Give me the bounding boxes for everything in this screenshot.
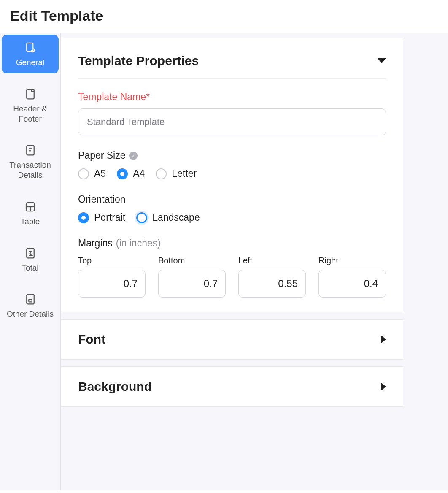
chevron-down-icon [378, 58, 386, 63]
margin-top: Top [78, 256, 146, 298]
sidebar-item-label: Transaction Details [4, 160, 56, 180]
card-title: Template Properties [78, 54, 199, 68]
header-footer-icon [24, 88, 37, 100]
sidebar-item-header-footer[interactable]: Header & Footer [2, 81, 59, 130]
margin-left: Left [238, 256, 306, 298]
paper-size-a5[interactable]: A5 [78, 168, 106, 179]
main-panel: Template Properties Template Name* Paper… [60, 33, 448, 490]
svg-point-1 [32, 50, 32, 51]
radio-label: Letter [172, 168, 197, 179]
sidebar-item-table[interactable]: Table [2, 194, 59, 233]
paper-size-label-text: Paper Size [78, 150, 126, 161]
chevron-right-icon [381, 382, 386, 391]
margin-label: Top [78, 256, 146, 265]
margins-section: Margins (in inches) Top Bottom [78, 238, 386, 298]
sidebar-item-transaction-details[interactable]: Transaction Details [2, 137, 59, 186]
paper-size-letter[interactable]: Letter [156, 168, 197, 179]
card-header[interactable]: Template Properties [78, 54, 386, 79]
radio-icon [156, 168, 167, 179]
svg-rect-2 [27, 89, 34, 99]
margins-unit: (in inches) [116, 238, 161, 249]
orientation-landscape[interactable]: Landscape [136, 212, 200, 223]
margin-label: Bottom [158, 256, 226, 265]
margin-label: Right [318, 256, 386, 265]
sidebar-item-general[interactable]: General [2, 35, 59, 73]
margin-right-input[interactable] [318, 270, 386, 298]
margins-row: Top Bottom Left [78, 256, 386, 298]
svg-rect-11 [29, 299, 32, 302]
page-header: Edit Template [0, 0, 448, 33]
sidebar-item-other-details[interactable]: Other Details [2, 286, 59, 325]
orientation-options: Portrait Landscape [78, 212, 386, 223]
radio-label: Landscape [152, 212, 200, 223]
sidebar-item-label: General [16, 57, 45, 68]
margin-bottom: Bottom [158, 256, 226, 298]
paper-size-label: Paper Size i [78, 150, 386, 161]
margin-left-input[interactable] [238, 270, 306, 298]
template-name-input[interactable] [78, 108, 386, 135]
margin-label: Left [238, 256, 306, 265]
info-icon[interactable]: i [129, 152, 138, 160]
radio-icon [78, 168, 89, 179]
radio-label: A4 [133, 168, 145, 179]
template-name-section: Template Name* [78, 91, 386, 135]
radio-icon [78, 212, 89, 223]
font-title: Font [78, 332, 105, 347]
paper-size-section: Paper Size i A5 A4 [78, 150, 386, 179]
transaction-icon [24, 144, 37, 157]
sidebar-item-label: Other Details [7, 309, 54, 319]
other-details-icon [24, 293, 37, 306]
margins-label-text: Margins [78, 238, 113, 249]
sidebar-item-label: Table [21, 217, 40, 227]
layout: General Header & Footer Transaction Deta… [0, 33, 448, 490]
template-properties-card: Template Properties Template Name* Paper… [61, 38, 403, 312]
font-section[interactable]: Font [61, 319, 403, 360]
background-section[interactable]: Background [61, 366, 403, 407]
table-icon [24, 200, 37, 213]
margins-label: Margins (in inches) [78, 238, 386, 249]
radio-label: A5 [94, 168, 106, 179]
sidebar-item-label: Header & Footer [4, 104, 56, 124]
margin-right: Right [318, 256, 386, 298]
orientation-section: Orientation Portrait Landscape [78, 194, 386, 223]
margin-bottom-input[interactable] [158, 270, 226, 298]
chevron-right-icon [381, 335, 386, 344]
background-title: Background [78, 379, 152, 394]
paper-size-options: A5 A4 Letter [78, 168, 386, 179]
svg-rect-3 [27, 146, 34, 155]
sidebar: General Header & Footer Transaction Deta… [0, 33, 60, 490]
sidebar-item-label: Total [22, 263, 38, 273]
template-name-label: Template Name* [78, 91, 386, 103]
radio-icon [117, 168, 128, 179]
total-icon [24, 247, 37, 260]
radio-label: Portrait [94, 212, 125, 223]
page-title: Edit Template [10, 8, 438, 24]
radio-icon [136, 212, 147, 223]
general-icon [24, 41, 37, 54]
margin-top-input[interactable] [78, 270, 146, 298]
paper-size-a4[interactable]: A4 [117, 168, 145, 179]
orientation-portrait[interactable]: Portrait [78, 212, 125, 223]
sidebar-item-total[interactable]: Total [2, 240, 59, 279]
orientation-label: Orientation [78, 194, 386, 205]
